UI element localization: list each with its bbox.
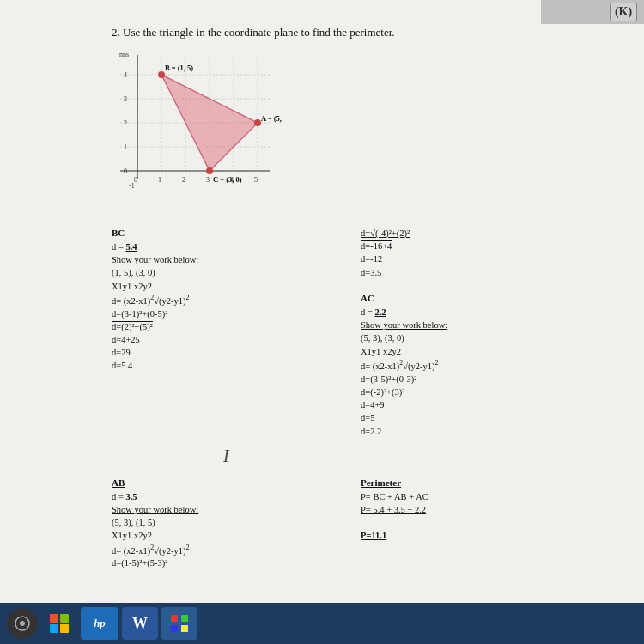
k-button[interactable]: (K): [610, 3, 637, 21]
bc-right-3: d=-12: [361, 252, 592, 265]
bc-formula: d= (x2-x1)2√(y2-y1)2: [112, 293, 343, 307]
top-bar: (K): [541, 0, 644, 24]
svg-rect-38: [181, 625, 188, 632]
bc-right-2: d=-16+4: [361, 240, 592, 252]
perimeter-step1: P= 5.4 + 3.5 + 2.2: [361, 503, 592, 516]
ac-show-work: Show your work below:: [361, 319, 592, 331]
taskbar-windows-btn[interactable]: [41, 607, 77, 640]
svg-text:0: 0: [124, 167, 127, 175]
perimeter-formula: P= BC + AB + AC: [361, 490, 592, 503]
svg-text:2: 2: [124, 119, 127, 127]
bc-section: BC d = 5.4 Show your work below: (1, 5),…: [112, 227, 343, 438]
ac-label: AC: [361, 292, 592, 306]
hp-label: hp: [94, 617, 106, 630]
word-label: W: [132, 615, 148, 633]
svg-text:A = (5, 3): A = (5, 3): [261, 114, 283, 123]
svg-rect-37: [171, 625, 178, 632]
ab-section: AB d = 3.5 Show your work below: (5, 3),…: [112, 477, 343, 570]
perimeter-result: P=11.1: [361, 529, 592, 542]
svg-text:-1: -1: [129, 182, 135, 190]
bottom-sections: AB d = 3.5 Show your work below: (5, 3),…: [112, 477, 601, 570]
work-columns: BC d = 5.4 Show your work below: (1, 5),…: [112, 227, 601, 438]
ab-show-work: Show your work below:: [112, 503, 343, 516]
svg-point-34: [20, 621, 25, 626]
ac-step1: d=(3-5)²+(0-3)²: [361, 373, 592, 386]
cursor-symbol: I: [223, 447, 229, 465]
cursor-area: I: [223, 447, 610, 466]
svg-point-27: [158, 71, 165, 78]
svg-rect-36: [181, 615, 188, 622]
svg-text:1: 1: [158, 176, 161, 184]
worksheet: 2. Use the triangle in the coordinate pl…: [112, 26, 610, 569]
ac-d-line: d = 2.2: [361, 306, 592, 319]
ab-formula: d= (x2-x1)2√(y2-y1)2: [112, 543, 343, 557]
problem-text: Use the triangle in the coordinate plane…: [123, 26, 395, 39]
ab-label: AB: [112, 477, 343, 490]
bc-label: BC: [112, 227, 343, 240]
svg-text:B = (1, 5): B = (1, 5): [165, 64, 193, 72]
svg-text:C = (3, 0): C = (3, 0): [213, 175, 242, 184]
bc-d-line: d = 5.4: [112, 240, 343, 253]
bc-step3: d=4+25: [112, 333, 343, 346]
svg-text:1: 1: [124, 143, 127, 151]
problem-number: 2.: [112, 26, 120, 39]
coordinate-plane-area: 0 1 2 3 4 5 0 1 2 3 4 nns -1: [112, 46, 309, 218]
perimeter-label: Perimeter: [361, 477, 592, 490]
ac-step3: d=4+9: [361, 398, 592, 411]
taskbar-word-btn[interactable]: W: [122, 607, 158, 640]
ab-step1: d=(1-5)²+(5-3)²: [112, 556, 343, 569]
taskbar: hp W: [0, 603, 644, 644]
svg-text:3: 3: [124, 95, 127, 103]
svg-point-31: [206, 167, 213, 174]
bc-step5: d=5.4: [112, 359, 343, 372]
ac-step4: d=5: [361, 411, 592, 424]
paper-background: (K) 2. Use the triangle in the coordinat…: [0, 0, 644, 603]
bc-show-work: Show your work below:: [112, 253, 343, 266]
ab-points: (5, 3), (1, 5): [112, 516, 343, 529]
taskbar-tiles-btn[interactable]: [161, 607, 197, 640]
svg-text:5: 5: [254, 176, 258, 184]
bc-vars: X1y1 x2y2: [112, 280, 343, 293]
svg-text:2: 2: [182, 176, 185, 184]
ab-d-line: d = 3.5: [112, 490, 343, 503]
bc-step1: d=(3-1)²+(0-5)²: [112, 307, 343, 320]
ac-formula: d= (x2-x1)2√(y2-y1)2: [361, 358, 592, 373]
coordinate-plane-svg: 0 1 2 3 4 5 0 1 2 3 4 nns -1: [112, 46, 283, 192]
svg-point-29: [254, 119, 261, 126]
ac-vars: X1y1 x2y2: [361, 345, 592, 358]
svg-text:nns: nns: [119, 51, 129, 58]
perimeter-section: Perimeter P= BC + AB + AC P= 5.4 + 3.5 +…: [361, 477, 592, 570]
svg-text:4: 4: [124, 71, 127, 79]
bc-step2: d=(2)²+(5)²: [112, 320, 343, 333]
ac-section: d=√(-4)²+(2)² d=-16+4 d=-12 d=3.5 AC d =…: [361, 227, 592, 438]
problem-title: 2. Use the triangle in the coordinate pl…: [112, 26, 610, 39]
svg-text:3: 3: [206, 176, 210, 184]
ac-step5: d=2.2: [361, 425, 592, 438]
bc-right-4: d=3.5: [361, 266, 592, 279]
bc-points: (1, 5), (3, 0): [112, 266, 343, 279]
ac-points: (5, 3), (3, 0): [361, 331, 592, 344]
svg-rect-35: [171, 615, 178, 622]
taskbar-hp-btn[interactable]: hp: [81, 607, 118, 640]
ab-vars: X1y1 x2y2: [112, 529, 343, 542]
ac-step2: d=(-2)²+(3)²: [361, 386, 592, 398]
bc-step4: d=29: [112, 346, 343, 359]
taskbar-circle-btn[interactable]: [7, 608, 38, 639]
bc-right-1: d=√(-4)²+(2)²: [361, 227, 592, 240]
